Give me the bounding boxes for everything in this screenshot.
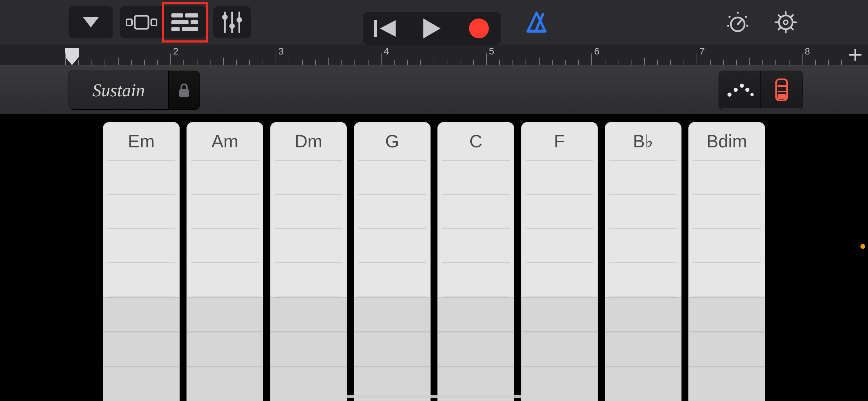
chord-bass-row[interactable]	[689, 297, 765, 332]
chord-bass-row[interactable]	[354, 297, 430, 332]
chord-row[interactable]	[609, 263, 677, 297]
chord-bass-row[interactable]	[689, 332, 765, 366]
info-button[interactable]	[721, 6, 755, 38]
chord-row[interactable]	[107, 195, 175, 229]
chord-bass-row[interactable]	[605, 367, 681, 401]
chord-row[interactable]	[275, 161, 342, 195]
instrument-view-button[interactable]	[120, 6, 163, 38]
svg-rect-1	[126, 19, 132, 25]
tracks-view-button[interactable]	[163, 6, 206, 38]
add-section-button[interactable]	[846, 45, 865, 65]
chord-bass-row[interactable]	[270, 297, 347, 332]
go-to-start-button[interactable]	[363, 12, 407, 45]
chord-row[interactable]	[526, 263, 593, 297]
chord-strip[interactable]: G	[354, 122, 431, 401]
chord-row[interactable]	[358, 263, 426, 297]
skip-back-icon	[374, 20, 396, 37]
chord-strips-view-button[interactable]	[760, 71, 802, 108]
top-toolbar	[0, 0, 868, 45]
chord-row[interactable]	[526, 229, 593, 263]
svg-point-28	[727, 25, 729, 27]
chord-strip[interactable]: Bdim	[688, 122, 765, 401]
settings-button[interactable]	[769, 6, 803, 38]
chord-strip[interactable]: Dm	[270, 122, 347, 401]
chord-bass-row[interactable]	[270, 367, 347, 401]
bar-number: 7	[699, 46, 705, 57]
chord-bass-row[interactable]	[187, 367, 263, 401]
chord-bass-row[interactable]	[438, 332, 514, 366]
track-controls-button[interactable]	[213, 6, 251, 38]
chord-bass-row[interactable]	[270, 332, 347, 366]
chord-bass-row[interactable]	[605, 332, 681, 366]
chord-label: Em	[107, 122, 175, 161]
chord-row[interactable]	[275, 195, 342, 229]
chord-row[interactable]	[107, 229, 175, 263]
chord-row[interactable]	[442, 229, 510, 263]
tracks-icon	[171, 13, 198, 32]
chord-row[interactable]	[693, 195, 761, 229]
chord-label: F	[526, 122, 593, 161]
chord-row[interactable]	[191, 195, 259, 229]
chord-bass-row[interactable]	[187, 332, 263, 366]
play-icon	[423, 19, 441, 38]
chord-strip[interactable]: C	[437, 122, 514, 401]
chord-row[interactable]	[442, 263, 510, 297]
sustain-lock-button[interactable]	[168, 71, 200, 109]
chord-bass-row[interactable]	[354, 332, 430, 366]
chord-bass-row[interactable]	[521, 297, 598, 332]
svg-marker-0	[83, 17, 99, 27]
chord-row[interactable]	[358, 229, 426, 263]
chord-row[interactable]	[609, 229, 677, 263]
play-button[interactable]	[407, 12, 457, 45]
chord-bass-row[interactable]	[187, 297, 263, 332]
chord-row[interactable]	[609, 161, 677, 195]
chord-strip[interactable]: Am	[186, 122, 263, 401]
svg-rect-2	[135, 16, 148, 29]
chord-row[interactable]	[358, 195, 426, 229]
chord-bass-row[interactable]	[605, 297, 681, 332]
chord-bass-row[interactable]	[103, 332, 179, 366]
home-indicator	[345, 395, 523, 398]
svg-rect-52	[777, 94, 786, 99]
browser-button[interactable]	[69, 6, 113, 38]
chord-bass-row[interactable]	[689, 367, 765, 401]
chord-row[interactable]	[191, 161, 259, 195]
chord-bass-row[interactable]	[103, 297, 179, 332]
chord-bass-row[interactable]	[438, 297, 514, 332]
chord-strip[interactable]: F	[521, 122, 598, 401]
svg-rect-43	[179, 89, 189, 97]
timeline-ruler[interactable]: 2345678	[0, 45, 868, 65]
chord-row[interactable]	[693, 161, 761, 195]
chord-row[interactable]	[107, 263, 175, 297]
gear-icon	[774, 11, 797, 34]
chord-row[interactable]	[358, 161, 426, 195]
chord-row[interactable]	[191, 263, 259, 297]
metronome-button[interactable]	[518, 6, 555, 38]
chord-row[interactable]	[442, 195, 510, 229]
chord-row[interactable]	[693, 229, 761, 263]
svg-rect-6	[171, 20, 189, 24]
chord-row[interactable]	[526, 195, 593, 229]
chord-bass-row[interactable]	[521, 332, 598, 366]
chord-row[interactable]	[191, 229, 259, 263]
chord-bass-row[interactable]	[521, 367, 598, 401]
record-button[interactable]	[457, 12, 501, 45]
chord-bass-row[interactable]	[103, 367, 179, 401]
plus-icon	[849, 49, 861, 61]
chord-row[interactable]	[693, 263, 761, 297]
view-mode-group	[120, 6, 206, 38]
chord-row[interactable]	[609, 195, 677, 229]
chord-row[interactable]	[275, 229, 342, 263]
svg-point-31	[784, 20, 788, 24]
chord-row[interactable]	[275, 263, 342, 297]
chord-strip[interactable]: B♭	[605, 122, 682, 401]
svg-point-45	[734, 88, 738, 92]
sustain-button[interactable]: Sustain	[69, 71, 168, 109]
svg-line-39	[779, 27, 781, 29]
chord-row[interactable]	[526, 161, 593, 195]
chord-row[interactable]	[442, 161, 510, 195]
bar-number: 8	[805, 46, 810, 57]
arpeggiator-view-button[interactable]	[719, 71, 760, 108]
chord-strip[interactable]: Em	[103, 122, 180, 401]
chord-row[interactable]	[107, 161, 175, 195]
